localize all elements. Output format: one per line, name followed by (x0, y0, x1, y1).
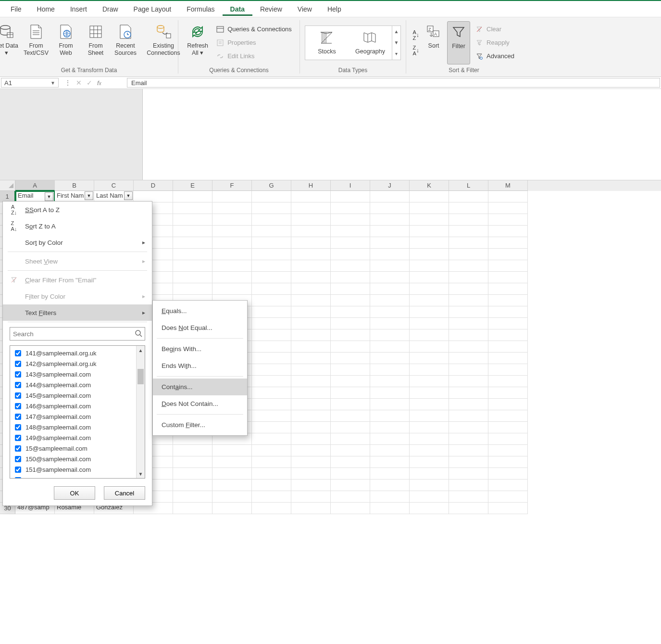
tab-home[interactable]: Home (29, 2, 62, 16)
sort-z-to-a[interactable]: ZA↓ Sort Z to A (3, 218, 152, 234)
cell-L1[interactable] (449, 191, 488, 202)
cell-empty[interactable] (331, 341, 370, 353)
cell-empty[interactable] (252, 295, 291, 306)
cell-empty[interactable] (291, 318, 331, 329)
cell-empty[interactable] (410, 214, 449, 226)
filter-value-checkbox[interactable] (15, 467, 21, 473)
cell-empty[interactable] (488, 376, 528, 387)
filter-value-item[interactable]: 142@sampleemail.org.uk (13, 358, 133, 369)
cell-empty[interactable] (370, 387, 410, 399)
cell-empty[interactable] (331, 249, 370, 260)
filter-value-checkbox[interactable] (15, 456, 21, 462)
data-types-down[interactable]: ▼ (392, 37, 400, 48)
select-all-corner[interactable] (0, 180, 15, 191)
col-header-L[interactable]: L (449, 180, 488, 191)
filter-list-scrollbar[interactable]: ▲ ▼ (136, 346, 145, 478)
col-header-F[interactable]: F (212, 180, 252, 191)
sort-desc-icon[interactable]: ZA↓ (412, 46, 420, 55)
cell-empty[interactable] (410, 422, 449, 433)
cell-M1[interactable] (488, 191, 528, 202)
cell-empty[interactable] (331, 399, 370, 410)
cell-G1[interactable] (252, 191, 291, 202)
filter-value-checkbox[interactable] (15, 414, 21, 420)
cell-empty[interactable] (410, 283, 449, 295)
cell-empty[interactable] (449, 249, 488, 260)
filter-value-item[interactable]: 146@sampleemail.com (13, 401, 133, 411)
cell-empty[interactable] (291, 376, 331, 387)
cell-empty[interactable] (331, 387, 370, 399)
cell-empty[interactable] (410, 445, 449, 456)
from-textcsv-button[interactable]: From Text/CSV (23, 21, 50, 64)
cell-empty[interactable] (291, 249, 331, 260)
cell-empty[interactable] (291, 260, 331, 272)
filter-value-item[interactable]: 152@sampleemail.com (13, 475, 133, 478)
cell-empty[interactable] (488, 214, 528, 226)
cell-empty[interactable] (291, 283, 331, 295)
filter-value-item[interactable]: 143@sampleemail.com (13, 369, 133, 379)
cell-empty[interactable] (449, 214, 488, 226)
cell-empty[interactable] (291, 329, 331, 341)
cell-empty[interactable] (410, 433, 449, 445)
cell-empty[interactable] (449, 237, 488, 249)
enter-icon[interactable]: ✓ (87, 79, 92, 87)
filter-value-checkbox[interactable] (15, 382, 21, 388)
cell-empty[interactable] (410, 387, 449, 399)
cell-empty[interactable] (449, 260, 488, 272)
tf-contains[interactable]: Contains... (153, 379, 247, 395)
cell-empty[interactable] (488, 422, 528, 433)
recent-sources-button[interactable]: Recent Sources (112, 21, 139, 64)
filter-dropdown-B[interactable]: ▼ (85, 191, 93, 200)
cell-empty[interactable] (488, 283, 528, 295)
cell-empty[interactable] (252, 226, 291, 237)
cell-empty[interactable] (449, 306, 488, 318)
cell-empty[interactable] (370, 480, 410, 491)
cell-empty[interactable] (212, 226, 252, 237)
cell-empty[interactable] (252, 214, 291, 226)
tab-draw[interactable]: Draw (95, 2, 126, 16)
cell-empty[interactable] (449, 422, 488, 433)
cell-empty[interactable] (488, 353, 528, 364)
cell-empty[interactable] (252, 329, 291, 341)
cell-empty[interactable] (488, 445, 528, 456)
scroll-down[interactable]: ▼ (137, 469, 145, 478)
filter-value-item[interactable]: 151@sampleemail.com (13, 464, 133, 475)
filter-value-item[interactable]: 147@sampleemail.com (13, 411, 133, 422)
cell-empty[interactable] (331, 283, 370, 295)
cell-empty[interactable] (252, 202, 291, 214)
cell-empty[interactable] (488, 249, 528, 260)
geography-type[interactable]: Geography (349, 26, 392, 60)
filter-search-input[interactable] (10, 327, 145, 341)
cell-empty[interactable] (449, 295, 488, 306)
cell-E1[interactable] (173, 191, 212, 202)
cell-empty[interactable] (331, 202, 370, 214)
cell-I1[interactable] (331, 191, 370, 202)
cell-empty[interactable] (370, 456, 410, 468)
refresh-all-button[interactable]: Refresh All ▾ (184, 21, 211, 64)
cell-empty[interactable] (331, 272, 370, 283)
cell-empty[interactable] (410, 249, 449, 260)
cell-K1[interactable] (410, 191, 449, 202)
cell-empty[interactable] (331, 364, 370, 376)
cell-empty[interactable] (212, 468, 252, 480)
cell-empty[interactable] (449, 202, 488, 214)
tf-ends-with[interactable]: Ends With... (153, 357, 247, 374)
cell-empty[interactable] (291, 456, 331, 468)
cell-empty[interactable] (370, 341, 410, 353)
cell-empty[interactable] (291, 214, 331, 226)
cell-empty[interactable] (173, 237, 212, 249)
scroll-thumb[interactable] (137, 369, 144, 384)
cell-empty[interactable] (488, 226, 528, 237)
cell-empty[interactable] (410, 376, 449, 387)
cell-empty[interactable] (370, 318, 410, 329)
cell-empty[interactable] (212, 445, 252, 456)
cell-empty[interactable] (331, 226, 370, 237)
cell-empty[interactable] (410, 202, 449, 214)
scroll-up[interactable]: ▲ (137, 346, 145, 354)
cell-empty[interactable] (331, 480, 370, 491)
cell-empty[interactable] (291, 399, 331, 410)
cell-empty[interactable] (173, 480, 212, 491)
cell-empty[interactable] (291, 422, 331, 433)
expand-icon[interactable]: ⋮ (64, 79, 71, 87)
cell-empty[interactable] (331, 433, 370, 445)
filter-value-checkbox[interactable] (15, 361, 21, 367)
